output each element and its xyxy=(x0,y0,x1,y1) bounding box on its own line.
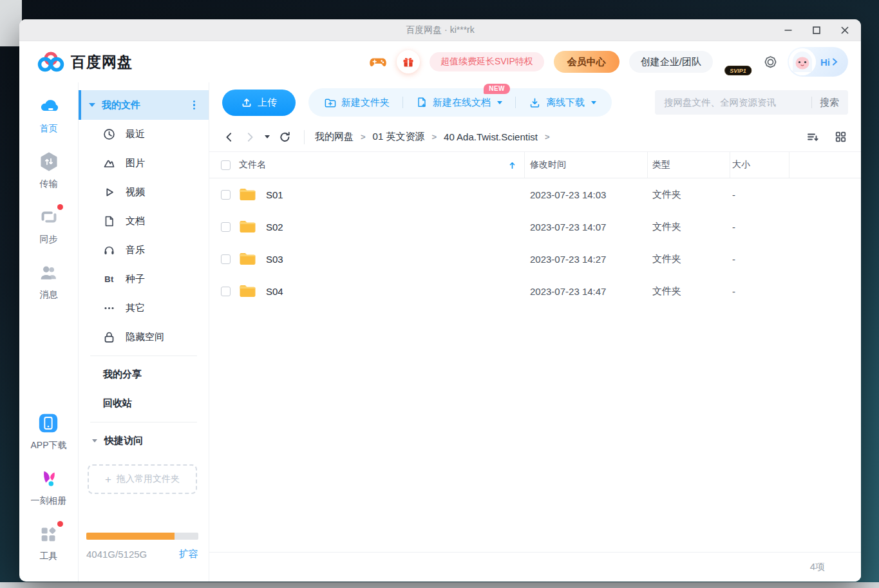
rail-item-messages[interactable]: 消息 xyxy=(38,261,60,301)
file-modified: 2023-07-23 14:47 xyxy=(525,286,648,297)
window-title: 百度网盘 · ki***rk xyxy=(406,24,475,36)
file-toolbar: 上传 新建文件夹 NEW xyxy=(209,82,861,122)
new-online-doc-button[interactable]: NEW 新建在线文档 xyxy=(416,97,502,109)
file-list: S01 2023-07-23 14:03 文件夹 - S02 xyxy=(209,178,861,582)
rail-item-home[interactable]: 首页 xyxy=(38,95,60,135)
forward-icon[interactable] xyxy=(244,131,256,143)
rail-item-tools[interactable]: 工具 xyxy=(38,523,60,562)
sidebar-item-quick-access[interactable]: 快捷访问 xyxy=(79,426,209,455)
row-checkbox[interactable] xyxy=(221,254,231,264)
breadcrumb: 我的网盘 > 01 英文资源 > 40 Ada.Twist.Scientist … xyxy=(315,131,550,143)
sidebar-item-other[interactable]: 其它 xyxy=(79,294,209,323)
search-button[interactable]: 搜索 xyxy=(820,97,839,109)
gift-icon[interactable] xyxy=(397,50,420,73)
svip-level-badge: SVIP1 xyxy=(724,66,751,75)
vip-center-button[interactable]: 会员中心 xyxy=(554,51,619,73)
sort-list-icon[interactable] xyxy=(806,131,819,144)
folder-icon xyxy=(239,252,256,266)
desktop-wallpaper-highlight xyxy=(0,0,22,46)
transfer-icon xyxy=(38,151,60,173)
download-icon xyxy=(529,97,541,109)
row-checkbox[interactable] xyxy=(221,190,231,200)
table-row[interactable]: S01 2023-07-23 14:03 文件夹 - xyxy=(209,178,861,211)
storage-progress-fill xyxy=(86,533,175,540)
file-type: 文件夹 xyxy=(648,285,730,298)
item-count-label: 4项 xyxy=(810,561,825,573)
select-all-checkbox[interactable] xyxy=(221,160,231,170)
play-icon xyxy=(103,186,115,198)
sidebar-item-recycle-bin[interactable]: 回收站 xyxy=(79,389,209,418)
sidebar-item-documents[interactable]: 文档 xyxy=(79,207,209,236)
table-row[interactable]: S02 2023-07-23 14:07 文件夹 - xyxy=(209,211,861,243)
storage-progressbar xyxy=(86,533,198,540)
rail-item-sync[interactable]: 同步 xyxy=(38,206,60,245)
search-input[interactable] xyxy=(664,97,806,108)
desktop-bottom-strip xyxy=(0,582,879,588)
rail-item-photos[interactable]: 一刻相册 xyxy=(31,468,67,507)
picture-icon xyxy=(103,157,115,169)
maximize-icon[interactable] xyxy=(812,26,821,35)
sidebar-item-pictures[interactable]: 图片 xyxy=(79,149,209,178)
baidu-netdisk-logo-icon xyxy=(37,50,64,73)
sidebar-item-my-shares[interactable]: 我的分享 xyxy=(79,360,209,389)
column-header-name[interactable]: 文件名 xyxy=(234,152,525,178)
sidebar-item-recent[interactable]: 最近 xyxy=(79,120,209,149)
toolbar-divider xyxy=(515,97,516,108)
sidebar-item-hidden-space[interactable]: 隐藏空间 xyxy=(79,323,209,352)
breadcrumb-bar: 我的网盘 > 01 英文资源 > 40 Ada.Twist.Scientist … xyxy=(209,122,861,152)
grid-view-icon[interactable] xyxy=(835,131,847,143)
expand-storage-link[interactable]: 扩容 xyxy=(179,548,198,560)
history-dropdown-icon[interactable] xyxy=(265,135,270,138)
rail-item-transfer[interactable]: 传输 xyxy=(38,151,60,190)
collapse-triangle-icon xyxy=(89,103,95,107)
row-checkbox[interactable] xyxy=(221,222,231,232)
sidebar-item-my-files[interactable]: 我的文件 xyxy=(79,90,209,120)
sync-icon xyxy=(38,206,60,228)
close-icon[interactable] xyxy=(840,26,849,35)
minimize-icon[interactable] xyxy=(784,26,793,35)
refresh-icon[interactable] xyxy=(279,131,291,143)
table-row[interactable]: S04 2023-07-23 14:47 文件夹 - xyxy=(209,275,861,307)
svip-avatar[interactable]: SVIP1 xyxy=(724,49,752,75)
new-folder-button[interactable]: 新建文件夹 xyxy=(324,97,390,109)
file-size: - xyxy=(730,286,789,297)
file-size: - xyxy=(730,189,789,200)
drop-favorite-folder-zone[interactable]: + 拖入常用文件夹 xyxy=(88,464,197,494)
back-icon[interactable] xyxy=(223,131,235,143)
sidebar-divider xyxy=(90,356,197,356)
chevron-down-icon xyxy=(497,101,502,104)
create-team-button[interactable]: 创建企业/团队 xyxy=(629,51,713,73)
column-header-type[interactable]: 类型 xyxy=(648,152,730,178)
folder-icon xyxy=(239,220,256,234)
row-checkbox[interactable] xyxy=(221,287,231,296)
chevron-down-icon xyxy=(591,101,596,104)
breadcrumb-item-folder[interactable]: 01 英文资源 xyxy=(373,131,425,143)
account-pill[interactable]: Hi xyxy=(788,47,848,77)
file-name: S03 xyxy=(266,254,283,265)
settings-gear-icon[interactable] xyxy=(763,55,778,70)
file-name: S01 xyxy=(266,189,283,200)
offline-download-button[interactable]: 离线下载 xyxy=(529,97,596,109)
files-sidebar: 我的文件 最近 图片 视频 xyxy=(79,82,209,582)
games-icon[interactable] xyxy=(369,53,387,71)
sidebar-item-torrents[interactable]: Bt 种子 xyxy=(79,265,209,294)
new-badge: NEW xyxy=(484,84,510,94)
headphones-icon xyxy=(103,244,115,256)
sidebar-item-videos[interactable]: 视频 xyxy=(79,178,209,207)
upload-icon xyxy=(241,97,252,108)
file-type: 文件夹 xyxy=(648,189,730,201)
sidebar-item-music[interactable]: 音乐 xyxy=(79,236,209,265)
svip-promo-pill[interactable]: 超值续费延长SVIP特权 xyxy=(430,52,544,71)
breadcrumb-item-current[interactable]: 40 Ada.Twist.Scientist xyxy=(444,131,538,142)
more-options-icon[interactable] xyxy=(191,99,197,112)
table-row[interactable]: S03 2023-07-23 14:27 文件夹 - xyxy=(209,243,861,275)
file-type: 文件夹 xyxy=(648,253,730,265)
app-header: 百度网盘 超值续费延长SVIP特权 会员中心 创建企业/团队 SVIP1 xyxy=(19,41,861,82)
rail-item-app-download[interactable]: APP下载 xyxy=(30,412,66,451)
column-header-modified[interactable]: 修改时间 xyxy=(525,152,648,178)
upload-button[interactable]: 上传 xyxy=(222,90,296,116)
breadcrumb-item-root[interactable]: 我的网盘 xyxy=(315,131,354,143)
column-header-size[interactable]: 大小 xyxy=(730,152,789,178)
home-cloud-icon xyxy=(38,95,60,117)
file-size: - xyxy=(730,254,789,265)
